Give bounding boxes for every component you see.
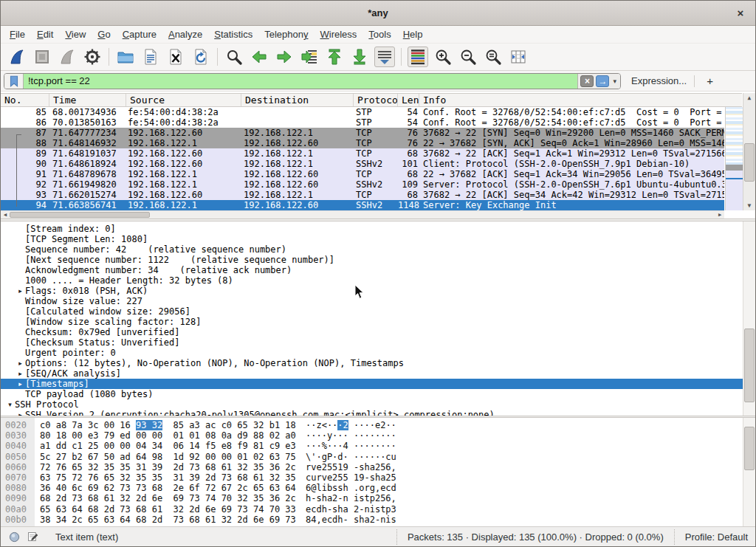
column-header-len[interactable]: Length: [398, 94, 419, 106]
expander-icon[interactable]: ▾: [5, 399, 15, 410]
scroll-left-icon[interactable]: ◀: [1, 211, 10, 219]
zoom-in-button[interactable]: [433, 47, 453, 67]
filter-apply-button[interactable]: →: [596, 75, 609, 87]
packet-row-93[interactable]: 9371.662015274192.168.122.60192.168.122.…: [1, 190, 724, 200]
go-last-packet-button[interactable]: [349, 47, 370, 67]
packet-row-92[interactable]: 9271.661949820192.168.122.1192.168.122.6…: [1, 179, 724, 190]
capture-comment-button[interactable]: [26, 530, 41, 543]
scrollbar-thumb[interactable]: [744, 143, 755, 182]
filter-add-button[interactable]: +: [702, 75, 718, 87]
detail-line-12[interactable]: Urgent pointer: 0: [1, 348, 743, 358]
packet-row-87[interactable]: 8771.647777234192.168.122.60192.168.122.…: [1, 128, 724, 138]
hscrollbar-thumb[interactable]: [10, 212, 150, 218]
packet-row-91[interactable]: 9171.648789678192.168.122.1192.168.122.6…: [1, 169, 724, 179]
open-file-button[interactable]: [115, 47, 136, 67]
expander-icon[interactable]: ▸: [16, 358, 25, 368]
hex-row-0020[interactable]: 0020c0 a8 7a 3c 00 16 93 32 85 a3 ac c0 …: [1, 420, 755, 430]
packet-row-94[interactable]: 9471.663856741192.168.122.1192.168.122.6…: [1, 200, 724, 210]
scrollbar-thumb[interactable]: [744, 427, 755, 470]
menu-item-analyze[interactable]: Analyze: [162, 27, 208, 42]
detail-line-1[interactable]: [TCP Segment Len: 1080]: [1, 234, 743, 244]
capture-options-button[interactable]: [82, 47, 103, 67]
menu-item-help[interactable]: Help: [397, 27, 429, 42]
scroll-up-icon[interactable]: ▲: [743, 93, 755, 103]
column-header-info[interactable]: Info: [419, 94, 742, 106]
zoom-out-button[interactable]: [458, 47, 478, 67]
scrollbar-thumb[interactable]: [744, 328, 755, 402]
menu-item-file[interactable]: File: [4, 27, 31, 42]
detail-line-3[interactable]: [Next sequence number: 1122 (relative se…: [1, 255, 743, 265]
menu-item-wireless[interactable]: Wireless: [315, 27, 363, 42]
packet-row-86[interactable]: 8670.013850163fe:54:00:d4:38:2aSTP54Conf…: [1, 117, 724, 128]
packet-list-vscrollbar[interactable]: ▲ ▼: [743, 93, 755, 210]
resize-columns-button[interactable]: [508, 47, 529, 67]
hex-row-0080[interactable]: 008036 40 6c 69 62 73 73 68 2e 6f 72 67 …: [1, 483, 755, 493]
zoom-100-button[interactable]: [483, 47, 504, 67]
packet-row-89[interactable]: 8971.648191037192.168.122.60192.168.122.…: [1, 148, 724, 159]
filter-clear-button[interactable]: ×: [580, 75, 594, 87]
column-header-dest[interactable]: Destination: [241, 94, 354, 106]
detail-line-10[interactable]: Checksum: 0x79ed [unverified]: [1, 327, 743, 337]
expression-button[interactable]: Expression...: [631, 75, 687, 86]
detail-line-6[interactable]: ▸Flags: 0x018 (PSH, ACK): [1, 286, 743, 296]
hex-row-0090[interactable]: 009068 2d 73 68 61 32 2d 6e 69 73 74 70 …: [1, 493, 755, 503]
go-first-packet-button[interactable]: [324, 47, 345, 67]
detail-line-0[interactable]: [Stream index: 0]: [1, 224, 743, 234]
hex-row-0060[interactable]: 006072 76 65 32 35 35 31 39 2d 73 68 61 …: [1, 462, 755, 472]
menu-item-go[interactable]: Go: [92, 27, 116, 42]
colorize-toggle-button[interactable]: [408, 47, 428, 67]
menu-item-statistics[interactable]: Statistics: [208, 27, 258, 42]
column-header-source[interactable]: Source: [126, 94, 241, 106]
hex-row-0040[interactable]: 0040a1 dd c1 25 00 00 04 34 06 14 f5 e8 …: [1, 441, 755, 451]
profile-status[interactable]: Profile: Default: [674, 529, 748, 545]
close-file-button[interactable]: [165, 47, 186, 67]
packet-row-88[interactable]: 8871.648146932192.168.122.1192.168.122.6…: [1, 138, 724, 148]
column-header-time[interactable]: Time: [49, 94, 126, 106]
detail-line-14[interactable]: ▸[SEQ/ACK analysis]: [1, 368, 743, 379]
title-bar[interactable]: *any ×: [1, 1, 755, 26]
hex-row-0070[interactable]: 007063 75 72 76 65 32 35 35 31 39 2d 73 …: [1, 472, 755, 483]
menu-item-capture[interactable]: Capture: [117, 27, 162, 42]
detail-vscrollbar[interactable]: [743, 221, 755, 416]
menu-item-edit[interactable]: Edit: [31, 27, 59, 42]
expert-info-button[interactable]: [7, 530, 21, 543]
menu-item-telephony[interactable]: Telephony: [258, 27, 314, 42]
hex-row-0050[interactable]: 00505c 27 b2 67 50 ad 64 98 1d 92 00 00 …: [1, 452, 755, 462]
filter-bookmark-button[interactable]: [4, 74, 24, 89]
packet-row-85[interactable]: 8568.001734936fe:54:00:d4:38:2aSTP54Conf…: [1, 107, 724, 117]
find-packet-button[interactable]: [224, 47, 244, 67]
column-header-no[interactable]: No.: [1, 94, 49, 106]
packet-row-90[interactable]: 9071.648618924192.168.122.60192.168.122.…: [1, 159, 724, 169]
menu-item-view[interactable]: View: [59, 27, 92, 42]
detail-line-5[interactable]: 1000 .... = Header Length: 32 bytes (8): [1, 275, 743, 286]
scroll-down-icon[interactable]: ▼: [743, 201, 755, 210]
detail-line-11[interactable]: [Checksum Status: Unverified]: [1, 337, 743, 348]
detail-line-4[interactable]: Acknowledgment number: 34 (relative ack …: [1, 265, 743, 275]
detail-line-2[interactable]: Sequence number: 42 (relative sequence n…: [1, 244, 743, 255]
hex-row-0030[interactable]: 003080 18 00 e3 79 ed 00 00 01 01 08 0a …: [1, 430, 755, 441]
restart-capture-button[interactable]: [57, 47, 78, 67]
expander-icon[interactable]: ▸: [16, 286, 25, 296]
hex-row-00a0[interactable]: 00a065 63 64 68 2d 73 68 61 32 2d 6e 69 …: [1, 504, 755, 515]
detail-line-17[interactable]: ▾SSH Protocol: [1, 399, 743, 410]
go-back-button[interactable]: [249, 47, 269, 67]
go-forward-button[interactable]: [274, 47, 295, 67]
detail-line-16[interactable]: TCP payload (1080 bytes): [1, 389, 743, 399]
detail-line-8[interactable]: [Calculated window size: 29056]: [1, 306, 743, 317]
close-button[interactable]: ×: [733, 6, 748, 21]
packet-list-minimap[interactable]: [725, 107, 743, 210]
detail-line-13[interactable]: ▸Options: (12 bytes), No-Operation (NOP)…: [1, 358, 743, 368]
detail-line-15[interactable]: ▸[Timestamps]: [1, 379, 743, 389]
auto-scroll-toggle-button[interactable]: [374, 47, 395, 67]
stop-capture-button[interactable]: [32, 47, 52, 67]
column-header-proto[interactable]: Protocol: [354, 94, 398, 106]
expander-icon[interactable]: ▸: [16, 379, 25, 389]
expander-icon[interactable]: ▸: [16, 368, 25, 379]
expander-icon[interactable]: ▸: [16, 410, 25, 416]
detail-line-7[interactable]: Window size value: 227: [1, 296, 743, 306]
reload-file-button[interactable]: [190, 47, 211, 67]
hex-row-00b0[interactable]: 00b038 34 2c 65 63 64 68 2d 73 68 61 32 …: [1, 515, 755, 525]
go-to-packet-button[interactable]: [299, 47, 320, 67]
menu-item-tools[interactable]: Tools: [362, 27, 396, 42]
save-file-button[interactable]: [140, 47, 161, 67]
